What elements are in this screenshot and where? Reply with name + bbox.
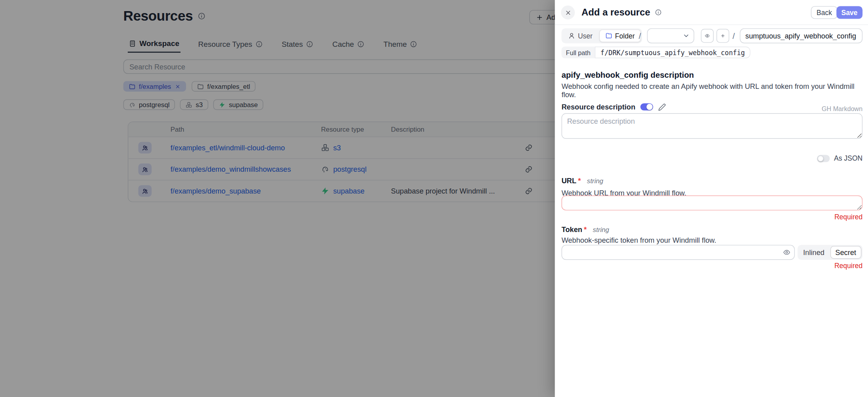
- owner-folder-label: Folder: [615, 32, 635, 40]
- required-asterisk: *: [584, 225, 587, 234]
- full-path-label: Full path: [561, 47, 595, 58]
- folder-icon: [605, 33, 613, 40]
- schema-heading: apify_webhook_config description: [561, 71, 694, 79]
- token-field-help: Webhook-specific token from your Windmil…: [561, 236, 716, 244]
- folder-select[interactable]: [647, 28, 694, 43]
- path-separator: /: [733, 28, 735, 43]
- required-asterisk: *: [578, 176, 581, 185]
- new-folder-button[interactable]: [716, 29, 729, 43]
- info-icon[interactable]: [655, 9, 662, 16]
- markdown-hint: GH Markdown: [822, 105, 862, 112]
- view-folder-button[interactable]: [701, 29, 714, 43]
- description-textarea[interactable]: [561, 113, 862, 139]
- url-field-name: URL: [561, 176, 576, 185]
- app-window: Resources Ad Workspace Resource Types St…: [0, 0, 868, 397]
- eye-icon: [705, 32, 710, 39]
- path-separator: /: [639, 28, 641, 43]
- plus-icon: [720, 32, 726, 39]
- owner-kind-toggle: User Folder: [561, 28, 642, 43]
- owner-folder-button[interactable]: Folder: [599, 29, 641, 42]
- full-path-row: Full path f/DRK/sumptuous_apify_webhook_…: [561, 47, 750, 58]
- url-field-type: string: [587, 177, 603, 185]
- as-json-row: As JSON: [817, 154, 862, 162]
- drawer-title: Add a resource: [582, 7, 650, 18]
- schema-description: Webhook config needed to create an Apify…: [561, 82, 868, 99]
- secret-option[interactable]: Secret: [830, 246, 861, 259]
- token-storage-toggle: Inlined Secret: [797, 245, 862, 260]
- token-input-wrap: [561, 245, 795, 260]
- owner-user-button[interactable]: User: [563, 29, 598, 42]
- user-icon: [568, 33, 575, 40]
- toggle-knob: [647, 104, 653, 110]
- token-required-message: Required: [834, 262, 862, 270]
- description-toggle[interactable]: [640, 103, 653, 110]
- toggle-knob: [817, 155, 823, 161]
- resource-name-input[interactable]: [740, 28, 862, 43]
- token-field-name: Token: [561, 225, 582, 234]
- close-icon: [565, 9, 571, 16]
- url-input[interactable]: [561, 196, 862, 211]
- description-label-row: Resource description: [561, 103, 666, 111]
- as-json-label: As JSON: [834, 154, 862, 162]
- token-input[interactable]: [561, 245, 795, 260]
- url-field-label-row: URL * string: [561, 176, 603, 185]
- owner-user-label: User: [578, 32, 593, 40]
- description-label: Resource description: [561, 103, 635, 111]
- eye-icon[interactable]: [783, 249, 790, 256]
- close-button[interactable]: [561, 6, 575, 19]
- url-required-message: Required: [834, 213, 862, 221]
- as-json-toggle[interactable]: [817, 155, 830, 162]
- full-path-value: f/DRK/sumptuous_apify_webhook_config: [595, 47, 751, 58]
- add-resource-drawer: Add a resource Back Save User Folder / /…: [555, 0, 868, 397]
- inlined-option[interactable]: Inlined: [799, 246, 829, 259]
- save-button[interactable]: Save: [836, 6, 862, 19]
- back-button[interactable]: Back: [811, 6, 837, 19]
- pencil-icon[interactable]: [658, 103, 666, 111]
- token-field-type: string: [593, 226, 609, 234]
- drawer-title-row: Add a resource: [582, 0, 662, 25]
- token-field-label-row: Token * string: [561, 225, 609, 234]
- drawer-header: Add a resource Back Save: [555, 0, 868, 25]
